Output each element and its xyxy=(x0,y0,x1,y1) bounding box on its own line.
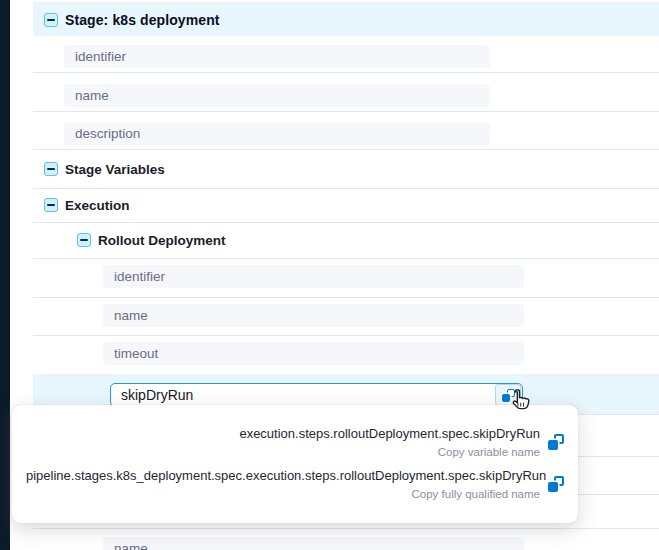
execution-label: Execution xyxy=(65,198,130,213)
collapse-minus-icon[interactable] xyxy=(44,162,58,176)
stage-variables-label: Stage Variables xyxy=(65,162,165,177)
tree-row-stage-header[interactable]: Stage: k8s deployment xyxy=(33,2,659,36)
row-divider xyxy=(33,111,659,112)
copy-icon xyxy=(548,434,564,450)
variable-name-path: execution.steps.rolloutDeployment.spec.s… xyxy=(26,425,540,442)
window-edge xyxy=(0,0,10,550)
copy-icon xyxy=(548,476,564,492)
stage-description-field[interactable]: description xyxy=(64,122,490,145)
step-identifier-field[interactable]: identifier xyxy=(103,265,524,288)
copy-fully-qualified-button[interactable] xyxy=(540,476,572,492)
popover-entry-variable-name[interactable]: execution.steps.rolloutDeployment.spec.s… xyxy=(26,425,572,459)
tree-row-stage-variables[interactable]: Stage Variables xyxy=(33,150,659,188)
copy-variable-popover: execution.steps.rolloutDeployment.spec.s… xyxy=(12,405,578,523)
fully-qualified-path: pipeline.stages.k8s_deployment.spec.exec… xyxy=(26,467,540,484)
collapse-minus-icon[interactable] xyxy=(44,13,58,27)
pointer-hand-cursor xyxy=(506,387,532,413)
step-timeout-field[interactable]: timeout xyxy=(103,342,524,365)
row-divider xyxy=(33,335,659,336)
popover-entry-text: pipeline.stages.k8s_deployment.spec.exec… xyxy=(26,467,540,501)
collapse-minus-icon[interactable] xyxy=(77,233,91,247)
stage-identifier-field[interactable]: identifier xyxy=(64,45,490,68)
skipdryrun-value: skipDryRun xyxy=(111,385,495,405)
row-divider xyxy=(33,72,659,73)
step-name-field[interactable]: name xyxy=(103,304,524,327)
stage-name-field[interactable]: name xyxy=(64,84,490,107)
rollout-deployment-label: Rollout Deployment xyxy=(98,233,226,248)
stage-header-label: Stage: k8s deployment xyxy=(65,12,220,28)
row-divider xyxy=(33,258,659,259)
next-step-name-field[interactable]: name xyxy=(103,537,524,550)
row-divider xyxy=(33,297,659,298)
copy-fully-qualified-caption: Copy fully qualified name xyxy=(26,487,540,501)
copy-variable-name-caption: Copy variable name xyxy=(26,445,540,459)
popover-entry-fully-qualified-name[interactable]: pipeline.stages.k8s_deployment.spec.exec… xyxy=(26,467,572,501)
row-divider xyxy=(33,528,659,529)
collapse-minus-icon[interactable] xyxy=(44,198,58,212)
skipdryrun-input[interactable]: skipDryRun xyxy=(110,383,523,407)
copy-variable-name-button[interactable] xyxy=(540,434,572,450)
popover-entry-text: execution.steps.rolloutDeployment.spec.s… xyxy=(26,425,540,459)
tree-row-execution[interactable]: Execution xyxy=(33,188,659,222)
tree-row-rollout-deployment[interactable]: Rollout Deployment xyxy=(33,222,659,258)
